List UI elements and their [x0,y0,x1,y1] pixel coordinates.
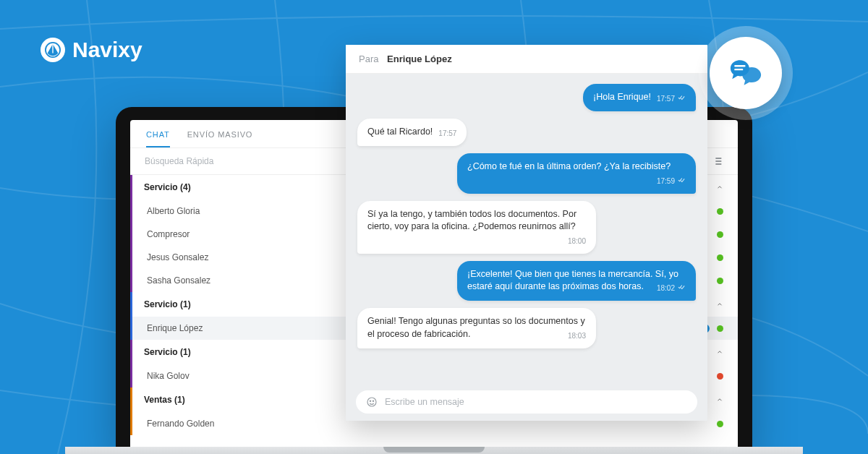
message-text: ¡Excelente! Que bien que tienes la merca… [467,269,678,292]
message-time: 18:02 [657,283,686,294]
emoji-icon[interactable] [366,396,378,408]
contact-name: Fernando Golden [147,419,214,429]
svg-point-2 [367,398,376,406]
message-time: 17:57 [438,129,456,139]
message-time: 17:59 [657,176,686,187]
brand-mark-icon [41,38,65,62]
tab-chat[interactable]: CHAT [146,130,170,147]
message-time: 18:00 [568,236,586,247]
list-view-icon[interactable] [712,155,723,167]
read-check-icon [677,94,686,104]
message-input[interactable] [385,397,687,407]
laptop-base [65,447,803,454]
message-text: Qué tal Ricardo! [367,127,433,137]
read-check-icon [677,176,686,187]
message-row: Genial! Tengo algunas preguntas so los d… [357,308,696,348]
chat-to-label: Para [359,53,378,64]
message-text: Sí ya la tengo, y también todos los docu… [367,209,576,232]
message-bubble: ¡Hola Enrique!17:57 [583,84,696,111]
message-time: 18:03 [568,331,586,341]
tab-bulk-send[interactable]: ENVÍO MASIVO [187,130,253,147]
contact-name: Sasha Gonsalez [147,275,210,286]
chat-feature-badge [699,26,793,120]
status-dot [717,208,723,215]
contact-name: Compresor [147,229,190,239]
read-check-icon [677,283,686,294]
chat-to-name: Enrique López [387,53,452,64]
status-dot [717,231,723,238]
contact-name: Nika Golov [147,371,190,381]
group-label: Ventas (1) [144,395,185,405]
status-dot [717,278,723,284]
message-text: ¡Hola Enrique! [593,92,651,102]
group-label: Servicio (1) [144,299,191,309]
chat-header: Para Enrique López [346,45,707,74]
message-row: Sí ya la tengo, y también todos los docu… [357,201,696,254]
group-label: Servicio (4) [144,182,191,192]
chat-bubble-icon [727,54,765,92]
message-bubble: Qué tal Ricardo!17:57 [357,119,467,146]
message-row: ¿Cómo te fué en la última orden? ¿Ya la … [357,153,696,194]
message-bubble: Genial! Tengo algunas preguntas so los d… [357,308,596,348]
composer [346,383,707,421]
contact-name: Jesus Gonsalez [147,252,208,262]
status-dot [717,254,723,261]
message-row: ¡Hola Enrique!17:57 [357,84,696,111]
contact-name: Alberto Gloria [147,206,200,216]
chat-body: ¡Hola Enrique!17:57Qué tal Ricardo!17:57… [346,74,707,383]
svg-point-4 [373,401,373,401]
status-dot [717,325,723,332]
message-row: Qué tal Ricardo!17:57 [357,119,696,146]
svg-point-3 [370,401,370,401]
message-text: Genial! Tengo algunas preguntas so los d… [367,316,585,339]
status-dot [717,373,723,380]
message-time: 17:57 [657,94,686,104]
message-bubble: ¡Excelente! Que bien que tienes la merca… [457,261,696,301]
message-text: ¿Cómo te fué en la última orden? ¿Ya la … [467,161,671,171]
message-row: ¡Excelente! Que bien que tienes la merca… [357,261,696,301]
contact-name: Enrique López [147,323,203,333]
message-bubble: ¿Cómo te fué en la última orden? ¿Ya la … [457,153,696,194]
group-label: Servicio (1) [144,347,191,357]
brand-logo: Navixy [41,38,142,62]
message-bubble: Sí ya la tengo, y también todos los docu… [357,201,596,254]
brand-name: Navixy [72,38,142,62]
chat-window: Para Enrique López ¡Hola Enrique!17:57Qu… [346,45,707,421]
status-dot [717,421,723,427]
